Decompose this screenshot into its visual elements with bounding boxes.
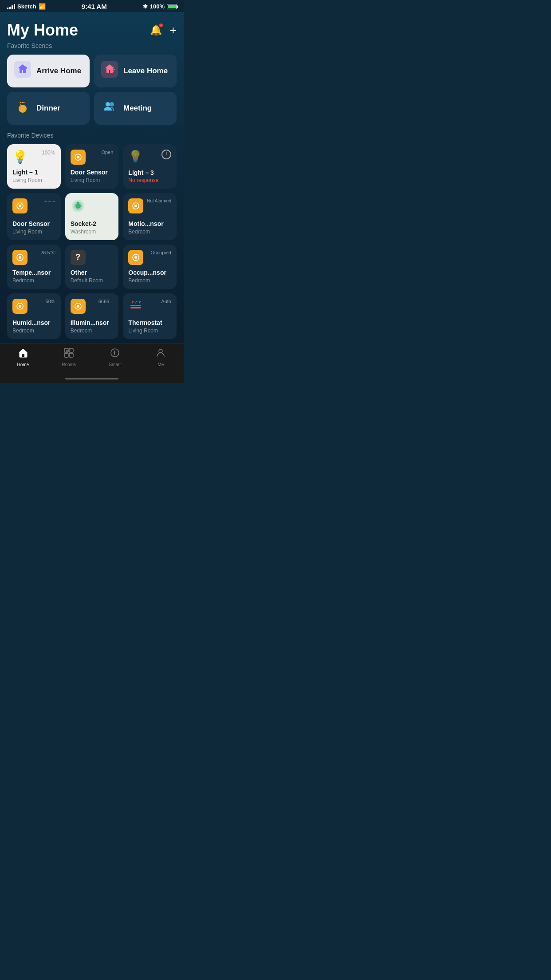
arrive-home-icon — [14, 61, 31, 81]
device-socket-2[interactable]: Socket-2 Washroom — [65, 193, 119, 240]
temp-sensor-icon — [12, 250, 28, 265]
device-humid-sensor[interactable]: 50% Humid...nsor Bedroom — [7, 293, 61, 339]
header-actions: 🔔 + — [150, 24, 177, 37]
svg-point-4 — [106, 102, 110, 107]
battery-icon — [167, 4, 177, 9]
nav-rooms-label: Rooms — [62, 362, 76, 367]
svg-point-21 — [19, 305, 21, 308]
home-indicator-bar — [65, 378, 118, 379]
light-3-icon: 💡 — [128, 150, 142, 163]
page-title: My Home — [7, 21, 78, 40]
scene-dinner[interactable]: Dinner — [7, 92, 90, 125]
nav-home[interactable]: Home — [0, 348, 46, 367]
device-temp-sensor[interactable]: 26.5℃ Tempe...nsor Bedroom — [7, 245, 61, 289]
motion-sensor-name: Motio...nsor — [128, 220, 171, 228]
door-sensor-2-room: Living Room — [12, 229, 55, 235]
nav-rooms[interactable]: Rooms — [46, 348, 92, 367]
svg-point-3 — [19, 105, 27, 113]
leave-home-icon — [101, 61, 118, 81]
other-name: Other — [71, 269, 114, 277]
bottom-nav: Home Rooms Smart — [0, 344, 184, 374]
light-3-status: No response — [128, 177, 171, 183]
light-1-status: 100% — [42, 150, 55, 156]
svg-rect-24 — [130, 305, 141, 306]
nav-home-label: Home — [17, 362, 29, 367]
scene-meeting[interactable]: Meeting — [94, 92, 177, 125]
device-light-3[interactable]: 💡 ! Light – 3 No response — [123, 144, 177, 189]
device-thermostat[interactable]: Auto Thermostat Living Room — [123, 293, 177, 339]
main-content: My Home 🔔 + Favorite Scenes — [0, 12, 184, 344]
home-indicator — [0, 374, 184, 383]
svg-point-15 — [134, 205, 137, 207]
nav-smart-label: Smart — [109, 362, 121, 367]
door-sensor-1-room: Living Room — [71, 177, 114, 183]
carrier-label: Sketch — [17, 3, 36, 10]
temp-sensor-room: Bedroom — [12, 277, 55, 284]
socket-2-room: Washroom — [71, 229, 114, 235]
nav-smart[interactable]: Smart — [92, 348, 138, 367]
scene-arrive-home[interactable]: Arrive Home — [7, 55, 90, 87]
svg-rect-30 — [69, 353, 73, 357]
thermostat-status: Auto — [161, 299, 171, 304]
door-sensor-2-name: Door Sensor — [12, 220, 55, 228]
illumin-sensor-name: Illumin...nsor — [71, 319, 114, 327]
svg-point-33 — [159, 349, 162, 353]
svg-rect-25 — [130, 307, 141, 308]
device-occup-sensor[interactable]: Occupied Occup...nsor Bedroom — [123, 245, 177, 289]
other-room: Default Room — [71, 277, 114, 284]
clock: 9:41 AM — [82, 3, 107, 10]
dinner-icon — [14, 98, 31, 119]
notification-dot — [159, 24, 163, 27]
svg-point-12 — [75, 203, 81, 209]
humid-sensor-name: Humid...nsor — [12, 319, 55, 327]
thermostat-icon — [128, 299, 143, 316]
illumin-sensor-room: Bedroom — [71, 328, 114, 334]
svg-point-9 — [19, 205, 21, 207]
notifications-button[interactable]: 🔔 — [150, 24, 162, 36]
light-1-room: Living Room — [12, 177, 55, 183]
thermostat-room: Living Room — [128, 328, 171, 334]
motion-sensor-icon — [128, 198, 143, 213]
door-sensor-1-status: Open — [101, 150, 113, 155]
temp-sensor-name: Tempe...nsor — [12, 269, 55, 277]
svg-point-31 — [66, 350, 68, 352]
device-other[interactable]: ? Other Default Room — [65, 245, 119, 289]
device-door-sensor-1[interactable]: Open Door Sensor Living Room — [65, 144, 119, 189]
door-sensor-1-name: Door Sensor — [71, 169, 114, 176]
wifi-icon: 📶 — [39, 3, 46, 10]
scene-leave-home[interactable]: Leave Home — [94, 55, 177, 87]
socket-2-icon — [71, 198, 86, 217]
svg-point-19 — [134, 256, 137, 259]
device-light-1[interactable]: 💡 100% Light – 1 Living Room — [7, 144, 61, 189]
device-door-sensor-2[interactable]: – – – Door Sensor Living Room — [7, 193, 61, 240]
nav-me-label: Me — [157, 362, 164, 367]
scenes-grid: Arrive Home Leave Home — [7, 55, 177, 125]
add-button[interactable]: + — [170, 24, 177, 37]
humid-sensor-icon — [12, 299, 28, 314]
humid-sensor-room: Bedroom — [12, 328, 55, 334]
illumin-sensor-status: 6666... — [98, 299, 114, 304]
nav-me[interactable]: Me — [138, 348, 184, 367]
device-illumin-sensor[interactable]: 6666... Illumin...nsor Bedroom — [65, 293, 119, 339]
device-motion-sensor[interactable]: Not Alarmed Motio...nsor Bedroom — [123, 193, 177, 240]
meeting-icon — [101, 98, 118, 119]
status-bar: Sketch 📶 9:41 AM ✱ 100% — [0, 0, 184, 12]
motion-sensor-room: Bedroom — [128, 229, 171, 235]
status-right: ✱ 100% — [143, 3, 177, 10]
occup-sensor-status: Occupied — [151, 250, 171, 255]
favorite-scenes-label: Favorite Scenes — [7, 42, 177, 49]
rooms-nav-icon — [63, 348, 74, 361]
svg-rect-28 — [69, 348, 73, 352]
temp-sensor-status: 26.5℃ — [40, 250, 55, 256]
humid-sensor-status: 50% — [46, 299, 55, 304]
svg-point-5 — [110, 102, 114, 107]
occup-sensor-room: Bedroom — [128, 277, 171, 284]
occup-sensor-name: Occup...nsor — [128, 269, 171, 277]
svg-rect-27 — [64, 348, 68, 352]
svg-point-7 — [77, 156, 79, 158]
header: My Home 🔔 + — [7, 21, 177, 40]
light-3-name: Light – 3 — [128, 169, 171, 177]
illumin-sensor-icon — [71, 299, 86, 314]
home-nav-icon — [18, 348, 28, 361]
leave-home-label: Leave Home — [123, 67, 168, 75]
